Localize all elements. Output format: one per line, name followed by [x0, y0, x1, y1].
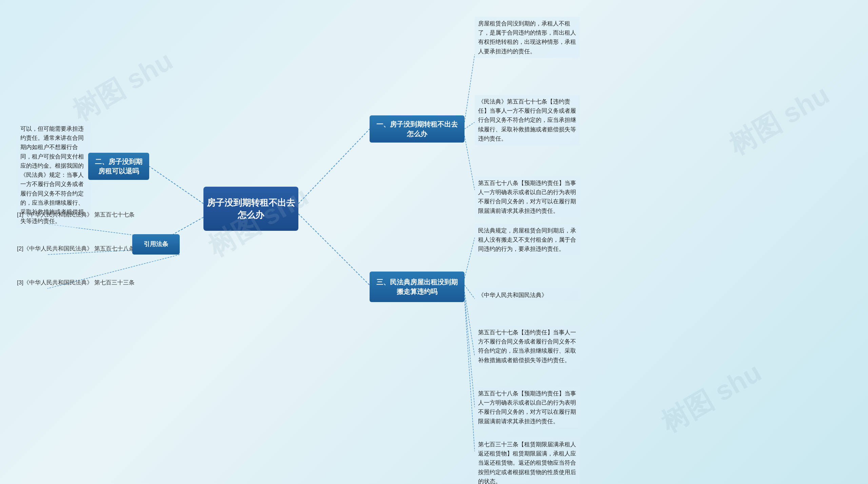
watermark-4: 树图 shu: [654, 354, 768, 441]
ref-item-2: [2]《中华人民共和国民法典》 第五百七十八条: [17, 244, 135, 253]
branch3-text4: 第五百七十八条【预期违约责任】当事人一方明确表示或者以自己的行为表明不履行合同义…: [475, 387, 580, 428]
svg-line-9: [465, 292, 475, 356]
svg-line-0: [298, 129, 370, 204]
branch3-text3: 第五百七十七条【违约责任】当事人一方不履行合同义务或者履行合同义务不符合约定的，…: [475, 326, 580, 367]
svg-line-1: [298, 214, 370, 285]
branch1-text1: 房屋租赁合同没到期的，承租人不租了，是属于合同违约的情形，而出租人有权拒绝转租的…: [475, 17, 580, 58]
branch1-text3: 第五百七十八条【预期违约责任】当事人一方明确表示或者以自己的行为表明不履行合同义…: [475, 176, 580, 218]
ref-item-1: [1]《中华人民共和国民法典》 第五百七十七条: [17, 210, 135, 219]
svg-line-5: [465, 122, 475, 129]
branch-node-1: 一、房子没到期转租不出去怎么办: [370, 115, 465, 143]
watermark-3: 树图 shu: [722, 77, 836, 164]
branch3-text1: 民法典规定，房屋租赁合同到期后，承租人没有搬走又不支付租金的，属于合同违约的行为…: [475, 224, 580, 256]
branch3-text5: 第七百三十三条【租赁期限届满承租人返还租赁物】租赁期限届满，承租人应当返还租赁物…: [475, 438, 580, 484]
svg-line-2: [149, 166, 203, 204]
svg-line-4: [465, 54, 475, 122]
svg-line-7: [465, 238, 475, 278]
branch-node-2: 二、房子没到期房租可以退吗: [88, 153, 149, 180]
svg-line-8: [465, 285, 475, 299]
branch-node-3: 三、民法典房屋出租没到期搬走算违约吗: [370, 272, 465, 302]
watermark-1: 树图 shu: [66, 43, 180, 130]
ref-item-3: [3]《中华人民共和国民法典》 第七百三十三条: [17, 278, 135, 287]
branch1-text2: 《民法典》第五百七十七条【违约责任】当事人一方不履行合同义务或者履行合同义务不符…: [475, 95, 580, 145]
svg-line-10: [465, 295, 475, 407]
svg-line-6: [465, 136, 475, 190]
svg-line-11: [465, 299, 475, 451]
branch3-text2: 《中华人民共和国民法典》: [475, 288, 580, 302]
central-node: 房子没到期转租不出去怎么办: [203, 187, 298, 231]
branch-node-refs: 引用法条: [132, 234, 180, 255]
